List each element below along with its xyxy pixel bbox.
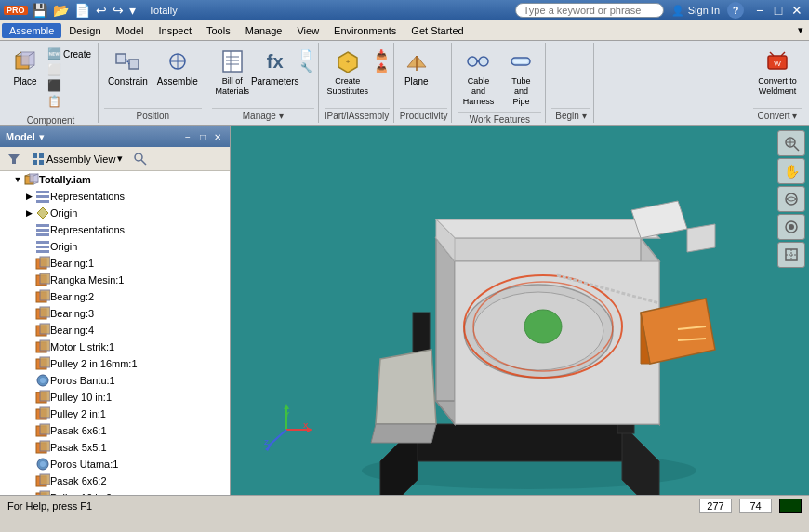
menu-design[interactable]: Design — [61, 23, 108, 38]
list-item[interactable]: Origin — [0, 238, 230, 255]
tree-expander[interactable] — [22, 491, 35, 495]
tree-expander[interactable] — [22, 407, 35, 420]
tree-expander[interactable] — [22, 458, 35, 471]
search-tree-btn[interactable] — [130, 151, 151, 167]
tree-expander[interactable] — [22, 474, 35, 487]
parameters-btn[interactable]: fx Parameters — [255, 47, 296, 88]
list-item[interactable]: Motor Listrik:1 — [0, 339, 230, 355]
list-item[interactable]: Pulley 10 in:1 — [0, 389, 230, 406]
menu-view[interactable]: View — [289, 23, 326, 38]
constrain-btn[interactable]: Constrain — [104, 47, 152, 88]
list-item[interactable]: Bearing:4 — [0, 322, 230, 339]
quick-more-btn[interactable]: ▾ — [127, 2, 138, 19]
create-substitutes-btn[interactable]: + CreateSubstitutes — [325, 47, 371, 99]
create-sub3-btn[interactable]: 📋 — [45, 94, 94, 109]
model-panel-close-btn[interactable]: ✕ — [211, 130, 224, 143]
quick-undo-btn[interactable]: ↩ — [94, 2, 109, 19]
list-item[interactable]: ▶ Representations — [0, 188, 230, 205]
list-item[interactable]: Pasak 6x6:1 — [0, 422, 230, 439]
bom-btn[interactable]: Bill ofMaterials — [212, 47, 253, 99]
restore-btn[interactable]: □ — [770, 3, 787, 18]
model-panel-minimize-btn[interactable]: − — [181, 130, 194, 143]
orbit-btn[interactable] — [777, 186, 805, 212]
plane-btn[interactable]: Plane — [400, 47, 433, 88]
cable-harness-btn[interactable]: Cable andHarness — [458, 47, 498, 108]
list-item[interactable]: Rangka Mesin:1 — [0, 272, 230, 288]
assemble-btn[interactable]: Assemble — [153, 47, 202, 88]
view-face-btn[interactable] — [777, 242, 805, 268]
tree-expander[interactable] — [22, 391, 35, 404]
close-btn[interactable]: ✕ — [789, 3, 805, 18]
ribbon-content: Place 🆕 Create ⬜ ⬛ — [0, 41, 809, 125]
menu-assemble[interactable]: Assemble — [2, 23, 61, 38]
tree-expander[interactable] — [22, 441, 35, 454]
look-at-btn[interactable] — [777, 214, 805, 240]
quick-redo-btn[interactable]: ↪ — [111, 2, 126, 19]
list-item[interactable]: Poros Utama:1 — [0, 456, 230, 472]
tree-item-icon — [35, 457, 50, 472]
menu-model[interactable]: Model — [109, 23, 152, 38]
list-item[interactable]: Pulley 2 in 16mm:1 — [0, 355, 230, 372]
convert-weldment-btn[interactable]: W Convert toWeldment — [753, 47, 802, 99]
tree-item-icon — [35, 390, 50, 405]
place-btn[interactable]: Place — [7, 47, 43, 88]
menu-get-started[interactable]: Get Started — [404, 23, 471, 38]
tree-expander[interactable] — [22, 340, 35, 353]
create-btn[interactable]: 🆕 Create — [45, 47, 94, 61]
menu-inspect[interactable]: Inspect — [152, 23, 199, 38]
quick-new-btn[interactable]: 📄 — [73, 2, 92, 19]
tree-expander[interactable] — [22, 290, 35, 303]
tree-expander[interactable] — [22, 374, 35, 387]
tree-expander[interactable] — [22, 357, 35, 370]
manage-sub1-btn[interactable]: 📄 — [298, 48, 314, 60]
bom-icon — [219, 48, 245, 74]
menu-environments[interactable]: Environments — [326, 23, 404, 38]
minimize-btn[interactable]: − — [751, 3, 768, 18]
tree-expander[interactable] — [22, 324, 35, 337]
filter-btn[interactable] — [4, 151, 24, 167]
zoom-extent-btn[interactable] — [777, 130, 805, 156]
view-selector[interactable]: Assembly View ▾ — [28, 151, 126, 167]
ipart-sub1-btn[interactable]: 📥 — [373, 48, 390, 60]
list-item[interactable]: Pasak 6x6:2 — [0, 472, 230, 489]
list-item[interactable]: Bearing:2 — [0, 288, 230, 305]
tree-expander[interactable] — [22, 257, 35, 270]
list-item[interactable]: Pasak 5x5:1 — [0, 439, 230, 456]
quick-open-btn[interactable]: 📂 — [51, 2, 71, 19]
tree-expander[interactable]: ▶ — [22, 206, 35, 219]
create-sub2-btn[interactable]: ⬛ — [45, 78, 94, 93]
list-item[interactable]: Bearing:3 — [0, 305, 230, 322]
list-item[interactable]: Pulley 2 in:1 — [0, 406, 230, 422]
list-item[interactable]: Poros Bantu:1 — [0, 372, 230, 389]
tree-expander[interactable] — [22, 223, 35, 236]
quick-save-btn[interactable]: 💾 — [30, 2, 49, 19]
ribbon-collapse-btn[interactable]: ▾ — [794, 22, 807, 38]
list-item[interactable]: Pulley 10 in:2 — [0, 489, 230, 495]
tube-pipe-btn[interactable]: Tube andPipe — [500, 47, 541, 108]
tree-expander[interactable] — [22, 307, 35, 320]
list-item[interactable]: Representations — [0, 221, 230, 238]
tree-expander[interactable]: ▶ — [22, 190, 35, 203]
model-panel-restore-btn[interactable]: □ — [196, 130, 209, 143]
productivity-group-label: Productivity — [400, 108, 448, 121]
model-panel-dropdown-icon[interactable]: ▾ — [39, 131, 45, 143]
plane-label: Plane — [404, 76, 429, 86]
ipart-sub2-btn[interactable]: 📤 — [373, 61, 390, 73]
tree-root-expander[interactable]: ▼ — [11, 173, 24, 186]
viewport[interactable]: TOP LEFT FRONT — [231, 126, 809, 495]
menu-manage[interactable]: Manage — [238, 23, 290, 38]
tree-container[interactable]: ▼ Totally.iam ▶ — [0, 171, 230, 495]
menu-tools[interactable]: Tools — [199, 23, 238, 38]
sign-in-area[interactable]: 👤 Sign In — [671, 5, 720, 17]
manage-sub2-btn[interactable]: 🔧 — [298, 61, 314, 73]
tree-expander[interactable] — [22, 240, 35, 253]
tree-expander[interactable] — [22, 424, 35, 437]
create-sub1-btn[interactable]: ⬜ — [45, 62, 94, 77]
list-item[interactable]: Bearing:1 — [0, 255, 230, 272]
help-button[interactable]: ? — [727, 2, 744, 19]
list-item[interactable]: ▶ Origin — [0, 205, 230, 221]
search-input[interactable] — [515, 3, 664, 18]
tree-expander[interactable] — [22, 273, 35, 286]
pan-btn[interactable]: ✋ — [777, 158, 805, 184]
tree-root[interactable]: ▼ Totally.iam — [0, 171, 230, 188]
